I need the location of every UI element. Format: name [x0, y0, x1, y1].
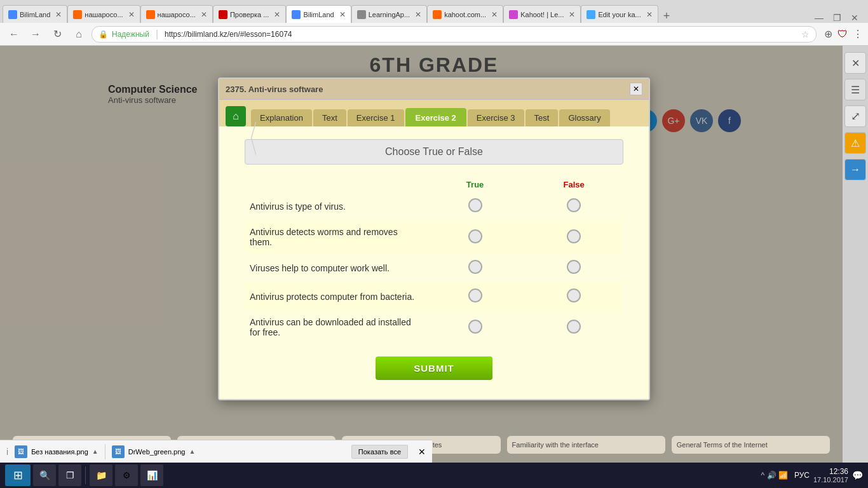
modal-titlebar: 2375. Anti-virus software ✕ [219, 79, 649, 100]
false-radio-q1[interactable] [567, 198, 581, 212]
translate-icon[interactable]: ⊕ [824, 28, 832, 40]
taskbar-chrome-button[interactable]: ⚙ [115, 464, 138, 486]
bookmark-icon[interactable]: ☆ [801, 29, 810, 39]
tab-close-icon[interactable]: ✕ [274, 10, 280, 19]
false-radio-cell[interactable] [524, 311, 623, 344]
tab-close-icon[interactable]: ✕ [339, 10, 346, 19]
tab-close-icon[interactable]: ✕ [201, 10, 207, 19]
false-radio-q4[interactable] [567, 288, 581, 302]
question-text: Antivirus can be downloaded ad installed… [245, 311, 426, 344]
tab-exercise2[interactable]: Exercise 2 [405, 108, 466, 128]
lesson-modal: 2375. Anti-virus software ✕ ⌂ Explanatio… [218, 78, 650, 400]
right-panel: ✕ ☰ ⤢ ⚠ → [843, 46, 868, 485]
true-column-header: True [426, 177, 525, 192]
tab-bilimland-1[interactable]: BilimLand ✕ [3, 5, 67, 23]
tab-favicon [146, 10, 155, 19]
taskbar-search-button[interactable]: 🔍 [33, 464, 56, 486]
tab-4[interactable]: Проверка ... ✕ [213, 5, 287, 23]
forward-button[interactable]: → [27, 25, 44, 43]
false-radio-cell[interactable] [524, 220, 623, 254]
true-radio-cell[interactable] [426, 220, 525, 254]
download-item-1[interactable]: 🖼 Без названия.png ▲ [15, 445, 98, 458]
extension-icon[interactable]: 🛡 [837, 29, 848, 40]
new-tab-button[interactable]: + [658, 10, 675, 23]
question-column-header [245, 177, 426, 192]
tab-close-icon[interactable]: ✕ [55, 10, 62, 19]
tab-close-icon[interactable]: ✕ [646, 10, 653, 19]
tab-glossary[interactable]: Glossary [559, 109, 609, 126]
true-radio-cell[interactable] [426, 192, 525, 220]
tab-exercise1[interactable]: Exercise 1 [348, 109, 404, 126]
true-radio-q2[interactable] [468, 229, 482, 243]
tab-8[interactable]: Kahoot! | Le... ✕ [503, 5, 581, 23]
question-text: Viruses help to computer work well. [245, 254, 426, 282]
tab-6[interactable]: LearningAp... ✕ [351, 5, 427, 23]
false-radio-q5[interactable] [567, 320, 581, 334]
tab-close-icon[interactable]: ✕ [569, 10, 575, 19]
tab-close-icon[interactable]: ✕ [128, 10, 135, 19]
taskbar-separator [85, 466, 86, 484]
browser-controls: ← → ↻ ⌂ 🔒 Надежный | ☆ ⊕ 🛡 ⋮ [0, 23, 868, 46]
security-icon: 🔒 [98, 30, 108, 39]
false-radio-q2[interactable] [567, 229, 581, 243]
tab-explanation[interactable]: Explanation [251, 109, 312, 126]
submit-button[interactable]: SUBMIT [376, 356, 492, 380]
download-icon-1: 🖼 [15, 445, 27, 458]
menu-icon[interactable]: ⋮ [853, 28, 863, 40]
download-chevron-2[interactable]: ▲ [189, 448, 195, 455]
tab-exercise3[interactable]: Exercise 3 [468, 109, 524, 126]
back-button[interactable]: ← [5, 25, 23, 43]
home-button[interactable]: ⌂ [70, 25, 88, 43]
false-radio-cell[interactable] [524, 192, 623, 220]
tab-close-icon[interactable]: ✕ [415, 10, 421, 19]
true-radio-cell[interactable] [426, 311, 525, 344]
panel-menu-button[interactable]: ☰ [844, 79, 866, 100]
panel-expand-button[interactable]: ⤢ [844, 105, 866, 127]
notifications-icon[interactable]: 💬 [852, 470, 863, 480]
taskbar-powerpoint-button[interactable]: 📊 [140, 464, 163, 486]
download-bar-close[interactable]: ✕ [418, 447, 426, 457]
download-icon-2: 🖼 [112, 445, 125, 458]
minimize-button[interactable]: — [811, 13, 827, 23]
tab-9[interactable]: Edit your ka... ✕ [581, 5, 658, 23]
modal-close-button[interactable]: ✕ [630, 83, 642, 95]
true-radio-q5[interactable] [468, 320, 482, 334]
start-button[interactable]: ⊞ [5, 464, 31, 486]
download-item-2[interactable]: 🖼 DrWeb_green.png ▲ [112, 445, 196, 458]
tab-text[interactable]: Text [313, 109, 346, 126]
show-all-downloads-button[interactable]: Показать все [351, 445, 408, 459]
true-radio-q1[interactable] [468, 198, 482, 212]
true-radio-cell[interactable] [426, 254, 525, 282]
tab-test[interactable]: Test [526, 109, 559, 126]
false-radio-cell[interactable] [524, 254, 623, 282]
tab-label: Edit your ka... [598, 11, 641, 18]
card-interface[interactable]: Familiarity with the interface [507, 436, 665, 454]
panel-warning-button[interactable]: ⚠ [844, 132, 866, 154]
false-column-header: False [524, 177, 623, 192]
download-chevron-1[interactable]: ▲ [92, 448, 98, 455]
taskbar-file-manager-button[interactable]: 📁 [90, 464, 112, 486]
tab-2[interactable]: нашаросо... ✕ [67, 5, 140, 23]
true-radio-cell[interactable] [426, 282, 525, 311]
false-radio-cell[interactable] [524, 282, 623, 311]
tab-close-icon[interactable]: ✕ [491, 10, 498, 19]
tab-7[interactable]: kahoot.com... ✕ [427, 5, 503, 23]
maximize-button[interactable]: ❐ [829, 13, 845, 23]
card-internet[interactable]: General Terms of the Internet [672, 436, 830, 454]
panel-close-button[interactable]: ✕ [844, 52, 866, 74]
close-window-button[interactable]: ✕ [846, 13, 863, 23]
reload-button[interactable]: ↻ [48, 25, 66, 43]
tab-favicon [292, 10, 301, 19]
address-input[interactable] [165, 30, 797, 39]
question-text: Antivirus detects worms and removes them… [245, 220, 426, 254]
false-radio-q3[interactable] [567, 260, 581, 274]
true-radio-q3[interactable] [468, 260, 482, 274]
true-radio-q4[interactable] [468, 288, 482, 302]
tab-favicon [8, 10, 17, 19]
tab-3[interactable]: нашаросо... ✕ [140, 5, 213, 23]
taskbar-task-view-button[interactable]: ❐ [58, 464, 81, 486]
language-indicator: РУС [794, 471, 810, 480]
tab-bilimland-active[interactable]: BilimLand ✕ [286, 5, 351, 23]
download-filename-2: DrWeb_green.png [128, 448, 186, 456]
panel-next-button[interactable]: → [844, 159, 866, 180]
